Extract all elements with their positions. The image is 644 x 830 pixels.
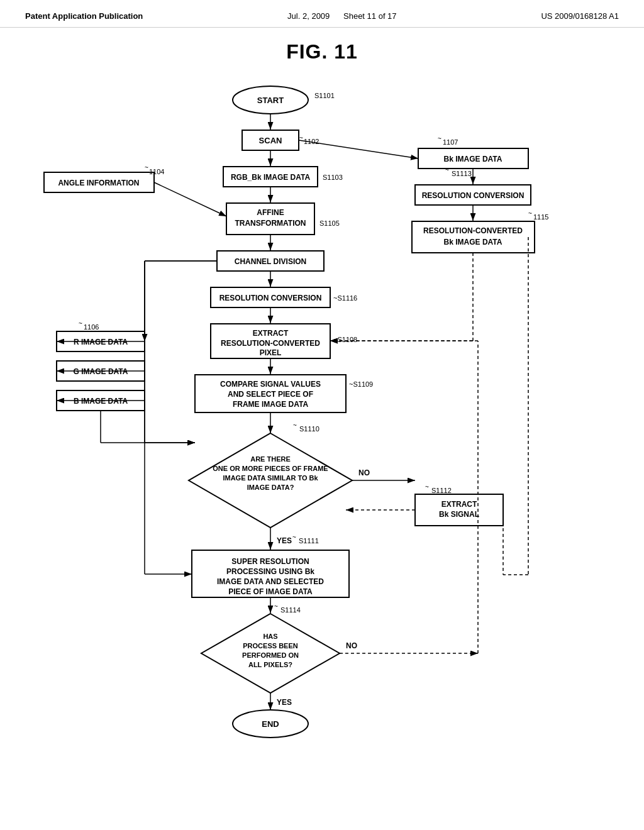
svg-text:~S1109: ~S1109: [349, 380, 373, 388]
svg-text:R IMAGE DATA: R IMAGE DATA: [74, 338, 128, 346]
svg-text:PERFORMED ON: PERFORMED ON: [242, 651, 299, 659]
svg-text:~: ~: [293, 422, 297, 429]
flowchart-svg: START S1101 SCAN 1102 ~ RGB_Bk IMAGE DAT…: [0, 28, 644, 807]
svg-text:RESOLUTION CONVERSION: RESOLUTION CONVERSION: [422, 191, 525, 200]
svg-text:IMAGE DATA AND SELECTED: IMAGE DATA AND SELECTED: [217, 577, 324, 586]
svg-text:EXTRACT: EXTRACT: [441, 500, 477, 509]
svg-text:1104: 1104: [149, 168, 164, 175]
svg-text:AFFINE: AFFINE: [257, 208, 284, 217]
svg-text:S1103: S1103: [323, 174, 343, 181]
svg-text:~S1116: ~S1116: [333, 294, 357, 302]
svg-text:1115: 1115: [533, 213, 548, 221]
svg-text:S1110: S1110: [299, 425, 319, 433]
svg-text:S1114: S1114: [280, 606, 301, 614]
svg-text:COMPARE SIGNAL VALUES: COMPARE SIGNAL VALUES: [220, 380, 321, 389]
svg-text:ALL PIXELS?: ALL PIXELS?: [248, 661, 292, 668]
header-patent-number: US 2009/0168128 A1: [541, 11, 619, 21]
svg-text:~: ~: [79, 320, 82, 327]
svg-text:YES: YES: [277, 698, 292, 707]
svg-text:S1111: S1111: [299, 537, 319, 545]
svg-text:PROCESS BEEN: PROCESS BEEN: [243, 642, 297, 650]
svg-text:SUPER RESOLUTION: SUPER RESOLUTION: [231, 557, 309, 566]
svg-text:ONE OR MORE PIECES OF FRAME: ONE OR MORE PIECES OF FRAME: [213, 465, 328, 472]
svg-text:NO: NO: [346, 641, 357, 650]
svg-text:RGB_Bk IMAGE DATA: RGB_Bk IMAGE DATA: [231, 173, 311, 182]
svg-text:~: ~: [425, 484, 429, 490]
svg-text:Bk IMAGE DATA: Bk IMAGE DATA: [444, 238, 502, 246]
svg-text:S1101: S1101: [314, 92, 335, 99]
svg-text:PIECE OF IMAGE DATA: PIECE OF IMAGE DATA: [228, 587, 313, 596]
svg-text:~: ~: [528, 210, 532, 217]
svg-line-75: [299, 140, 418, 158]
svg-text:START: START: [257, 96, 284, 105]
svg-text:IMAGE DATA?: IMAGE DATA?: [247, 484, 294, 491]
svg-text:Bk SIGNAL: Bk SIGNAL: [439, 510, 479, 519]
svg-text:YES: YES: [277, 536, 292, 545]
svg-text:S1113: S1113: [452, 170, 472, 177]
svg-text:RESOLUTION CONVERSION: RESOLUTION CONVERSION: [219, 294, 322, 302]
svg-text:END: END: [262, 719, 279, 729]
svg-text:AND SELECT PIECE OF: AND SELECT PIECE OF: [228, 390, 313, 399]
svg-text:IMAGE DATA SIMILAR TO Bk: IMAGE DATA SIMILAR TO Bk: [223, 474, 318, 482]
svg-text:~: ~: [445, 167, 449, 174]
svg-text:S1112: S1112: [431, 487, 452, 494]
svg-text:~S1108: ~S1108: [333, 336, 357, 343]
svg-text:CHANNEL DIVISION: CHANNEL DIVISION: [235, 257, 306, 266]
svg-text:HAS: HAS: [263, 633, 277, 640]
svg-text:~: ~: [145, 164, 148, 171]
header-sheet: Sheet 11 of 17: [343, 11, 397, 21]
svg-text:TRANSFORMATION: TRANSFORMATION: [235, 219, 306, 228]
svg-text:1107: 1107: [443, 138, 458, 146]
svg-text:NO: NO: [358, 468, 370, 477]
page-header: Patent Application Publication Jul. 2, 2…: [0, 0, 644, 28]
svg-text:ANGLE INFORMATION: ANGLE INFORMATION: [58, 179, 139, 187]
svg-text:PIXEL: PIXEL: [260, 348, 282, 357]
svg-text:PROCESSING USING Bk: PROCESSING USING Bk: [226, 567, 314, 576]
svg-text:EXTRACT: EXTRACT: [253, 329, 289, 338]
header-publication: Patent Application Publication: [25, 11, 143, 21]
svg-text:RESOLUTION-CONVERTED: RESOLUTION-CONVERTED: [423, 226, 523, 235]
svg-text:FRAME IMAGE DATA: FRAME IMAGE DATA: [233, 400, 309, 409]
svg-text:~: ~: [274, 603, 278, 610]
svg-text:1106: 1106: [84, 323, 99, 331]
svg-text:ARE THERE: ARE THERE: [250, 455, 291, 463]
svg-text:~: ~: [438, 135, 441, 142]
svg-text:B IMAGE DATA: B IMAGE DATA: [74, 397, 128, 406]
svg-text:RESOLUTION-CONVERTED: RESOLUTION-CONVERTED: [221, 339, 320, 348]
svg-text:SCAN: SCAN: [259, 136, 282, 145]
svg-text:S1105: S1105: [319, 219, 340, 227]
svg-text:Bk IMAGE DATA: Bk IMAGE DATA: [444, 155, 502, 163]
svg-text:G IMAGE DATA: G IMAGE DATA: [74, 367, 128, 376]
svg-line-115: [154, 182, 226, 216]
header-date-sheet: Jul. 2, 2009 Sheet 11 of 17: [287, 11, 396, 21]
svg-text:~: ~: [292, 534, 296, 541]
diagram-area: FIG. 11 START S1101 SCAN 1102 ~ RGB_Bk I…: [0, 28, 644, 807]
header-date: Jul. 2, 2009: [287, 11, 330, 21]
